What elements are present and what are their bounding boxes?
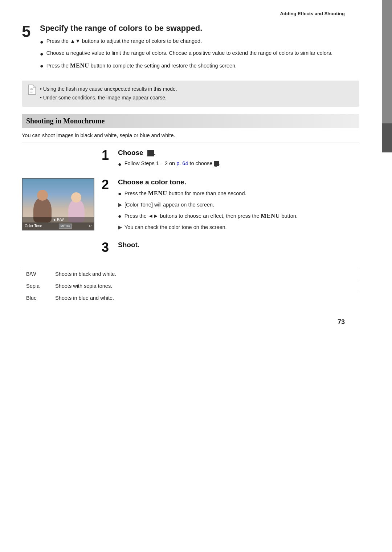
step3-title: Shoot. <box>118 241 359 249</box>
step1-bullets: ● Follow Steps 1 – 2 on p. 64 to choose … <box>118 160 359 169</box>
step2-bullet-2: ▶ [Color Tone] will appear on the screen… <box>118 201 359 209</box>
camera-preview: Color Tone MENU ↩ ◄ B/W <box>22 178 94 230</box>
step1-bullet-1: ● Follow Steps 1 – 2 on p. 64 to choose … <box>118 160 359 169</box>
preview-toolbar: Color Tone MENU ↩ <box>23 222 94 230</box>
step1-icon: ■ <box>147 150 154 156</box>
steps-with-image: Color Tone MENU ↩ ◄ B/W 1 Choose ■. <box>22 149 359 261</box>
table-cell-bw-desc: Shoots in black and white. <box>51 268 359 280</box>
step5-bullet-2: ● Choose a negative value to limit the r… <box>40 49 332 58</box>
step5-body: Specify the range of colors to be swappe… <box>40 24 332 73</box>
step2-bullet-3: ● Press the ◄► buttons to choose an effe… <box>118 212 359 221</box>
arrow-bullet-1: ▶ <box>118 201 122 209</box>
step1-number: 1 <box>102 149 114 162</box>
table-row-bw: B/W Shoots in black and white. <box>22 268 359 280</box>
section-title: Shooting in Monochrome <box>26 117 355 125</box>
note-box: • Using the flash may cause unexpected r… <box>22 81 359 107</box>
bullet-dot-s1: ● <box>118 160 122 169</box>
image-column: Color Tone MENU ↩ ◄ B/W <box>22 178 94 261</box>
step5-bullet-3: ● Press the MENU button to complete the … <box>40 61 332 70</box>
step5-section: 5 Specify the range of colors to be swap… <box>22 24 359 73</box>
table-cell-bw-name: B/W <box>22 268 51 280</box>
step2-title: Choose a color tone. <box>118 178 359 186</box>
table-cell-blue-name: Blue <box>22 292 51 304</box>
step2-bullet-4: ▶ You can check the color tone on the sc… <box>118 224 359 232</box>
step1-bullet-text: Follow Steps 1 – 2 on p. 64 to choose ■. <box>124 160 221 168</box>
step2-bullet-4-text: You can check the color tone on the scre… <box>124 224 227 232</box>
page-header: Adding Effects and Shooting <box>22 11 359 16</box>
step5-bullet-list: ● Press the ▲▼ buttons to adjust the ran… <box>40 37 332 70</box>
preview-back-icon: ↩ <box>89 224 91 228</box>
step5-bullet-1: ● Press the ▲▼ buttons to adjust the ran… <box>40 37 332 46</box>
step2-bullet-2-text: [Color Tone] will appear on the screen. <box>124 201 214 209</box>
table-cell-blue-desc: Shoots in blue and white. <box>51 292 359 304</box>
step3-content: Shoot. <box>118 241 359 252</box>
arrow-bullet-2: ▶ <box>118 224 122 232</box>
page-number: 73 <box>22 318 359 326</box>
note-icon <box>26 84 37 95</box>
step5-title: Specify the range of colors to be swappe… <box>40 24 332 33</box>
sidebar-accent-bar-lower <box>382 123 392 152</box>
preview-label: Color Tone <box>25 224 42 228</box>
bullet-dot-s2-3: ● <box>118 212 122 221</box>
step2-bullet-3-text: Press the ◄► buttons to choose an effect… <box>124 212 298 220</box>
step1-row: 1 Choose ■. ● Follow Steps 1 – 2 on p. 6… <box>102 149 359 172</box>
step1-title: Choose ■. <box>118 149 359 157</box>
preview-menu-btn: MENU <box>59 224 72 229</box>
table-cell-sepia-name: Sepia <box>22 280 51 292</box>
step1-link[interactable]: p. 64 <box>176 160 188 166</box>
step5-bullet-3-text: Press the MENU button to complete the se… <box>46 61 237 70</box>
preview-mode: ◄ B/W <box>23 217 94 222</box>
table-row-blue: Blue Shoots in blue and white. <box>22 292 359 304</box>
bullet-dot-2: ● <box>40 50 44 58</box>
table-row-sepia: Sepia Shoots with sepia tones. <box>22 280 359 292</box>
color-table-body: B/W Shoots in black and white. Sepia Sho… <box>22 268 359 304</box>
step5-number: 5 <box>22 24 36 73</box>
step2-content: Choose a color tone. ● Press the MENU bu… <box>118 178 359 235</box>
steps-column: 1 Choose ■. ● Follow Steps 1 – 2 on p. 6… <box>102 149 359 261</box>
section-heading: Shooting in Monochrome <box>22 114 359 128</box>
step5-bullet-1-text: Press the ▲▼ buttons to adjust the range… <box>46 37 202 45</box>
section-description: You can shoot images in black and white,… <box>22 132 359 143</box>
color-table: B/W Shoots in black and white. Sepia Sho… <box>22 268 359 304</box>
bullet-dot-1: ● <box>40 38 44 46</box>
step3-number: 3 <box>102 241 114 254</box>
note-line-1: Using the flash may cause unexpected res… <box>43 86 177 92</box>
step1-content: Choose ■. ● Follow Steps 1 – 2 on p. 64 … <box>118 149 359 172</box>
step5-bullet-2-text: Choose a negative value to limit the ran… <box>46 49 332 57</box>
step2-row: 2 Choose a color tone. ● Press the MENU … <box>102 178 359 235</box>
step2-bullet-1: ● Press the MENU button for more than on… <box>118 189 359 198</box>
bullet-dot-3: ● <box>40 62 44 70</box>
bullet-dot-s2-1: ● <box>118 189 122 198</box>
step2-bullet-1-text: Press the MENU button for more than one … <box>124 189 246 198</box>
step2-bullets: ● Press the MENU button for more than on… <box>118 189 359 232</box>
step3-row: 3 Shoot. <box>102 241 359 254</box>
header-title: Adding Effects and Shooting <box>280 11 345 16</box>
table-cell-sepia-desc: Shoots with sepia tones. <box>51 280 359 292</box>
note-line-2: Under some conditions, the image may app… <box>43 95 167 101</box>
sidebar-accent-bar <box>382 0 392 123</box>
step2-number: 2 <box>102 178 114 191</box>
note-text: • Using the flash may cause unexpected r… <box>40 85 354 102</box>
